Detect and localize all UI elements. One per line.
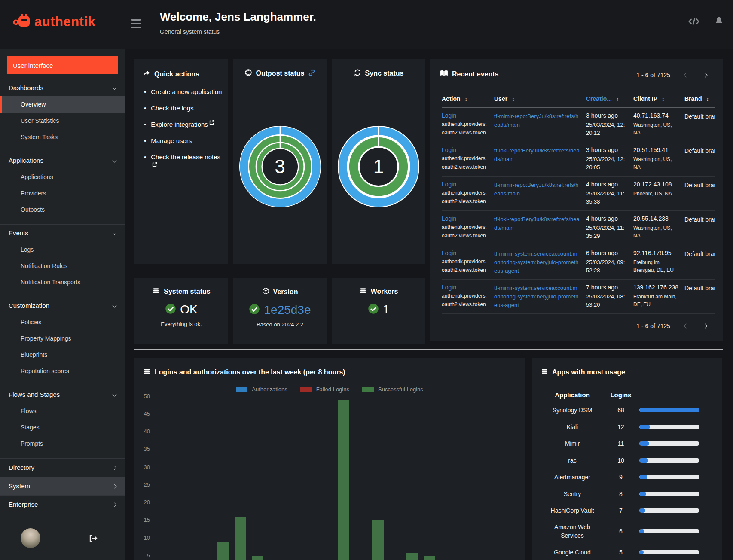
quick-action-explore-integrations[interactable]: •Explore integrations [144, 120, 223, 129]
event-user-link[interactable]: tf-mimir-repo:BeryJu/k8s:ref:refs/heads/… [494, 181, 580, 198]
event-timestamp: 25/03/2024, 09:52:28 [586, 258, 627, 274]
legend-color-box [236, 387, 247, 392]
event-action-link[interactable]: Login [442, 284, 488, 291]
sort-icon: ↕ [706, 96, 709, 102]
app-login-count: 11 [606, 440, 636, 447]
sidebar-item-directory[interactable]: Directory [0, 458, 125, 477]
sidebar-section-applications[interactable]: Applications [0, 152, 125, 169]
sidebar-item-policies[interactable]: Policies [0, 314, 125, 330]
api-browser-icon[interactable] [688, 17, 700, 26]
sidebar-item-notification-transports[interactable]: Notification Transports [0, 274, 125, 290]
quick-action-check-the-logs[interactable]: •Check the logs [144, 103, 223, 113]
sync-status-title: Sync status [365, 70, 404, 77]
bar-successful-logins [235, 517, 246, 560]
column-header-user[interactable]: User↕ [494, 95, 580, 102]
event-app: authentik.providers.oauth2.views.token [442, 292, 488, 309]
bullet: • [144, 152, 146, 171]
app-name: Mimir [542, 439, 602, 448]
server-icon [152, 287, 160, 296]
quick-action-check-the-release-notes[interactable]: •Check the release notes [144, 152, 223, 171]
event-action-link[interactable]: Login [442, 181, 488, 188]
user-interface-button[interactable]: User interface [7, 56, 118, 74]
sidebar-item-system-tasks[interactable]: System Tasks [0, 129, 125, 145]
pagination-next-button[interactable] [699, 320, 712, 332]
legend-label: Failed Logins [316, 386, 349, 393]
sidebar-item-notification-rules[interactable]: Notification Rules [0, 258, 125, 274]
event-creation-cell: 4 hours ago25/03/2024, 11:35:38 [586, 181, 627, 207]
event-brand: Default brand [684, 284, 715, 310]
sidebar-item-user-statistics[interactable]: User Statistics [0, 113, 125, 129]
event-action-link[interactable]: Login [442, 250, 488, 256]
y-axis-tick: 35 [134, 446, 150, 452]
event-action-link[interactable]: Login [442, 112, 488, 119]
sidebar-item-outposts[interactable]: Outposts [0, 201, 125, 218]
app-usage-bar [639, 425, 699, 429]
sidebar-section-events[interactable]: Events [0, 225, 125, 241]
app-login-count: 9 [606, 474, 636, 481]
sidebar-item-stages[interactable]: Stages [0, 419, 125, 435]
outpost-link-icon[interactable] [308, 69, 315, 78]
pagination-prev-button[interactable] [680, 70, 693, 81]
sync-icon [354, 69, 361, 78]
sidebar-item-blueprints[interactable]: Blueprints [0, 347, 125, 363]
event-user-cell: tf-mimir-repo:BeryJu/k8s:ref:refs/heads/… [494, 181, 580, 207]
server-icon [143, 368, 151, 377]
event-action-link[interactable]: Login [442, 146, 488, 153]
sidebar-item-prompts[interactable]: Prompts [0, 435, 125, 452]
sidebar-item-reputation-scores[interactable]: Reputation scores [0, 363, 125, 379]
chevron-down-icon [113, 158, 117, 163]
column-header-creatio[interactable]: Creatio...↑ [586, 95, 627, 102]
event-user-link[interactable]: tf-mimir-repo:BeryJu/k8s:ref:refs/heads/… [494, 112, 580, 129]
app-login-count: 68 [606, 407, 636, 414]
event-app: authentik.providers.oauth2.views.token [442, 154, 488, 171]
sidebar-item-system[interactable]: System [0, 477, 125, 495]
sidebar-toggle-button[interactable] [131, 19, 142, 28]
quick-action-create-a-new-application[interactable]: •Create a new application [144, 87, 223, 97]
quick-action-manage-users[interactable]: •Manage users [144, 136, 223, 146]
event-user-link[interactable]: tf-mimir-system:serviceaccount:monitorin… [494, 284, 580, 310]
section-label: Events [9, 229, 28, 237]
notifications-bell-icon[interactable] [715, 16, 724, 26]
y-axis-tick: 20 [134, 499, 150, 505]
app-usage-row: rac10 [542, 452, 722, 469]
version-value-link[interactable]: 1e25d3e [264, 303, 311, 317]
pagination-next-button[interactable] [699, 70, 712, 81]
sidebar-item-overview[interactable]: Overview [0, 96, 125, 113]
column-header-brand[interactable]: Brand↕ [684, 95, 723, 102]
event-user-link[interactable]: tf-mimir-system:serviceaccount:monitorin… [494, 250, 580, 275]
avatar[interactable] [21, 528, 40, 548]
app-usage-bar-fill [639, 425, 650, 429]
legend-label: Successful Logins [378, 386, 423, 393]
quick-actions-card: Quick actions •Create a new application•… [134, 59, 228, 264]
app-usage-row: Google Cloud5 [542, 544, 722, 560]
pagination-range: 1 - 6 of 7125 [636, 72, 670, 79]
event-brand: Default brand [684, 250, 715, 276]
sidebar-item-providers[interactable]: Providers [0, 185, 125, 201]
pagination-prev-button[interactable] [680, 320, 693, 332]
event-client-ip-cell: 139.162.176.238Frankfurt am Main, DE, EU [633, 284, 678, 310]
event-action-link[interactable]: Login [442, 215, 488, 222]
sidebar-nav: DashboardsOverviewUser StatisticsSystem … [0, 77, 125, 520]
sidebar-section-flows-and-stages[interactable]: Flows and Stages [0, 386, 125, 403]
app-usage-bar-fill [639, 441, 649, 446]
sidebar-section-dashboards[interactable]: Dashboards [0, 79, 125, 96]
event-user-link[interactable]: tf-loki-repo:BeryJu/k8s:ref:refs/heads/m… [494, 146, 580, 164]
app-login-count: 12 [606, 423, 636, 430]
sidebar-item-applications[interactable]: Applications [0, 169, 125, 185]
sidebar-item-enterprise[interactable]: Enterprise [0, 495, 125, 514]
event-creation-cell: 3 hours ago25/03/2024, 12:20:12 [586, 112, 627, 138]
column-label: User [494, 95, 507, 102]
sidebar-item-flows[interactable]: Flows [0, 403, 125, 419]
app-usage-bar [639, 529, 699, 533]
y-axis-tick: 50 [134, 393, 150, 399]
event-creation-cell: 3 hours ago25/03/2024, 12:20:05 [586, 146, 627, 173]
event-user-link[interactable]: tf-loki-repo:BeryJu/k8s:ref:refs/heads/m… [494, 215, 580, 232]
sidebar-item-property-mappings[interactable]: Property Mappings [0, 330, 125, 347]
logout-icon[interactable] [88, 534, 98, 543]
sidebar-item-logs[interactable]: Logs [0, 241, 125, 258]
check-circle-icon [165, 303, 176, 316]
column-header-client-ip[interactable]: Client IP↕ [633, 95, 678, 102]
app-usage-row: HashiCorp Vault7 [542, 502, 722, 519]
sidebar-section-customization[interactable]: Customization [0, 297, 125, 314]
column-header-action[interactable]: Action↕ [442, 95, 488, 102]
